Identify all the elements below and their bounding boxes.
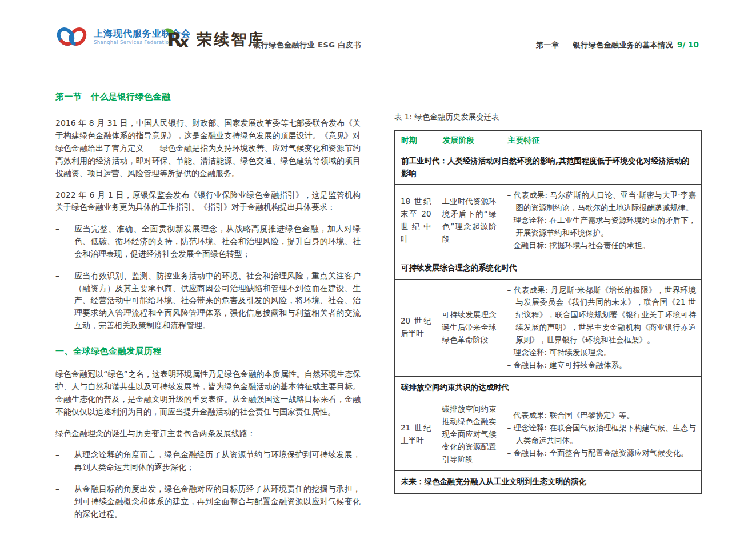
- bullet-item: 应当完整、准确、全面贯彻新发展理念，从战略高度推进绿色金融，加大对绿色、低碳、循…: [55, 223, 361, 260]
- feature-item: 理念诠释: 在工业生产需求与资源环境约束的矛盾下，开展资源节约和环境保护。: [507, 214, 697, 239]
- document-page: 上海现代服务业联合会 Shanghai Services Federation …: [0, 0, 756, 535]
- ssf-infinity-icon: [56, 25, 88, 48]
- column-header-stage: 发展阶段: [437, 130, 502, 150]
- paragraph: 2016 年 8 月 31 日，中国人民银行、财政部、国家发展改革委等七部委联合…: [55, 117, 361, 179]
- table-row: 18 世纪末至 20 世纪中叶 工业时代资源环境矛盾下的“绿色”理念起源阶段 代…: [395, 185, 702, 257]
- era-header-row: 可持续发展综合理念的系统化时代: [395, 257, 702, 279]
- bullet-item: 应当有效识别、监测、防控业务活动中的环境、社会和治理风险，重点关注客户（融资方）…: [55, 270, 361, 332]
- bullet-item: 从理念诠释的角度而言，绿色金融经历了从资源节约与环境保护到可持续发展，再到人类命…: [55, 449, 361, 474]
- green-finance-history-table: 时期 发展阶段 主要特征 前工业时代：人类经济活动对自然环境的影响,其范围程度低…: [394, 130, 702, 494]
- subsection-title: 一、全球绿色金融发展历程: [55, 345, 361, 358]
- stage-cell: 可持续发展理念诞生后带来全球绿色革命阶段: [437, 279, 502, 376]
- feature-item: 理念诠释: 可持续发展理念。: [507, 346, 697, 359]
- paragraph: 绿色金融理念的诞生与历史变迁主要包含两条发展线路：: [55, 428, 361, 440]
- period-cell: 20 世纪后半叶: [395, 279, 437, 376]
- stage-cell: 碳排放空间约束推动绿色金融实现全面应对气候变化的资源配置引导阶段: [437, 398, 502, 470]
- feature-item: 代表成果: 马尔萨斯的人口论、亚当·斯密与大卫·李嘉图的资源制约论，马歇尔的土地…: [507, 189, 697, 214]
- rongxu-logo: R x 荣续智库: [167, 29, 265, 50]
- column-header-period: 时期: [395, 130, 437, 150]
- era-header-row: 前工业时代：人类经济活动对自然环境的影响,其范围程度低于环境变化对经济活动的影响: [395, 150, 702, 185]
- stage-cell: 工业时代资源环境矛盾下的“绿色”理念起源阶段: [437, 185, 502, 257]
- feature-item: 理念诠释: 在联合国气候治理框架下构建气候、生态与人类命运共同体。: [507, 422, 697, 447]
- right-table-column: 表 1: 绿色金融历史发展变迁表 时期 发展阶段 主要特征 前工业时代：人类经济…: [394, 112, 702, 494]
- features-cell: 代表成果: 马尔萨斯的人口论、亚当·斯密与大卫·李嘉图的资源制约论，马歇尔的土地…: [502, 185, 702, 257]
- future-row: 未来：绿色金融充分融入从工业文明到生态文明的演化: [395, 470, 702, 493]
- period-cell: 18 世纪末至 20 世纪中叶: [395, 185, 437, 257]
- feature-item: 金融目标: 建立可持续金融体系。: [507, 359, 697, 372]
- chapter-label: 第一章: [536, 40, 559, 50]
- features-cell: 代表成果: 丹尼斯·米都斯《增长的极限》，世界环境与发展委员会《我们共同的未来》…: [502, 279, 702, 376]
- feature-item: 金融目标: 挖掘环境与社会责任的承担。: [507, 239, 697, 252]
- period-cell: 21 世纪上半叶: [395, 398, 437, 470]
- feature-item: 代表成果: 丹尼斯·米都斯《增长的极限》，世界环境与发展委员会《我们共同的未来》…: [507, 284, 697, 346]
- chapter-title: 银行绿色金融业务的基本情况: [573, 40, 674, 50]
- table-header-row: 时期 发展阶段 主要特征: [395, 130, 702, 150]
- feature-item: 代表成果: 联合国《巴黎协定》等。: [507, 409, 697, 422]
- era-header-row: 未来：绿色金融充分融入从工业文明到生态文明的演化: [395, 470, 702, 493]
- rx-letter-x: x: [178, 34, 190, 49]
- running-head-chapter: 第一章 银行绿色金融业务的基本情况: [536, 40, 673, 50]
- era-header-row: 碳排放空间约束共识的达成时代: [395, 376, 702, 398]
- document-title: 银行绿色金融行业 ESG 白皮书: [253, 40, 361, 50]
- rx-monogram-icon: R x: [167, 29, 192, 50]
- section-title: 第一节 什么是银行绿色金融: [55, 90, 361, 103]
- bullet-item: 从金融目标的角度出发，绿色金融对应的目标历经了从环境责任的挖掘与承担，到可持续金…: [55, 483, 361, 520]
- features-cell: 代表成果: 联合国《巴黎协定》等。 理念诠释: 在联合国气候治理框架下构建气候、…: [502, 398, 702, 470]
- era1-header: 前工业时代：人类经济活动对自然环境的影响,其范围程度低于环境变化对经济活动的影响: [395, 150, 702, 185]
- paragraph: 2022 年 6 月 1 日，原银保监会发布《银行业保险业绿色金融指引》，这是监…: [55, 189, 361, 214]
- left-text-column: 第一节 什么是银行绿色金融 2016 年 8 月 31 日，中国人民银行、财政部…: [55, 90, 361, 529]
- table-row: 20 世纪后半叶 可持续发展理念诞生后带来全球绿色革命阶段 代表成果: 丹尼斯·…: [395, 279, 702, 376]
- era2-header: 可持续发展综合理念的系统化时代: [395, 257, 702, 279]
- feature-item: 金融目标: 全面整合与配置金融资源应对气候变化。: [507, 447, 697, 460]
- table-caption: 表 1: 绿色金融历史发展变迁表: [394, 112, 702, 122]
- table-row: 21 世纪上半叶 碳排放空间约束推动绿色金融实现全面应对气候变化的资源配置引导阶…: [395, 398, 702, 470]
- page-number: 9/ 10: [677, 40, 699, 49]
- era3-header: 碳排放空间约束共识的达成时代: [395, 376, 702, 398]
- paragraph: 绿色金融冠以“绿色”之名，这表明环境属性乃是绿色金融的本质属性。自然环境生态保护…: [55, 368, 361, 418]
- column-header-features: 主要特征: [502, 130, 702, 150]
